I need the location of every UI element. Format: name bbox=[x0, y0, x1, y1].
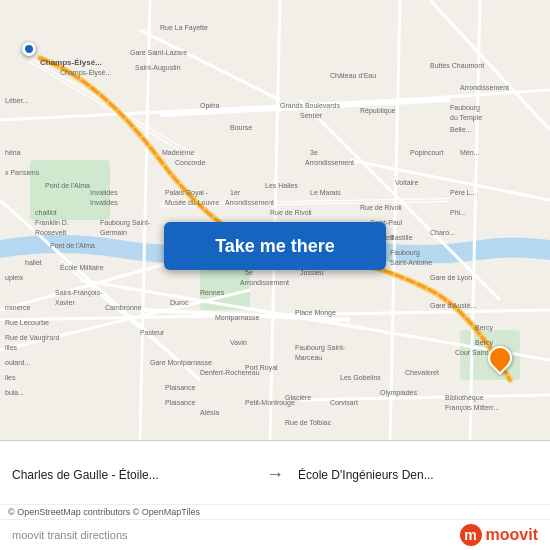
svg-text:Faubourg: Faubourg bbox=[450, 104, 480, 112]
origin-marker bbox=[22, 42, 36, 56]
svg-text:Musée du Louvre: Musée du Louvre bbox=[165, 199, 219, 206]
svg-text:5e: 5e bbox=[245, 269, 253, 276]
svg-text:Les Gobelins: Les Gobelins bbox=[340, 374, 381, 381]
svg-text:oulard...: oulard... bbox=[5, 359, 30, 366]
svg-text:Phi...: Phi... bbox=[450, 209, 466, 216]
svg-text:Rue de Rivoli: Rue de Rivoli bbox=[360, 204, 402, 211]
svg-text:Faubourg: Faubourg bbox=[390, 249, 420, 257]
svg-text:mmerce: mmerce bbox=[5, 304, 30, 311]
svg-text:hallet: hallet bbox=[25, 259, 42, 266]
svg-text:Invalides: Invalides bbox=[90, 189, 118, 196]
route-to-value: École D'Ingénieurs Den... bbox=[298, 468, 538, 482]
svg-text:upleix: upleix bbox=[5, 274, 24, 282]
svg-text:x Parisiens: x Parisiens bbox=[5, 169, 40, 176]
svg-text:Port Royal: Port Royal bbox=[245, 364, 278, 372]
svg-text:Glacière: Glacière bbox=[285, 394, 311, 401]
svg-text:Opéra: Opéra bbox=[200, 102, 220, 110]
svg-text:Invalides: Invalides bbox=[90, 199, 118, 206]
svg-text:Gare de Lyon: Gare de Lyon bbox=[430, 274, 472, 282]
svg-text:Concorde: Concorde bbox=[175, 159, 205, 166]
svg-text:Saint-Augustin: Saint-Augustin bbox=[135, 64, 181, 72]
svg-text:Olympiades: Olympiades bbox=[380, 389, 417, 397]
svg-text:Charo...: Charo... bbox=[430, 229, 455, 236]
route-arrow-icon: → bbox=[262, 464, 288, 485]
svg-text:Arrondissement: Arrondissement bbox=[240, 279, 289, 286]
svg-text:Saint-Antoine: Saint-Antoine bbox=[390, 259, 432, 266]
svg-text:Champs-Élysé...: Champs-Élysé... bbox=[40, 58, 102, 67]
svg-text:Belle...: Belle... bbox=[450, 126, 471, 133]
svg-text:Cambronne: Cambronne bbox=[105, 304, 142, 311]
svg-text:Plaisance: Plaisance bbox=[165, 399, 195, 406]
svg-text:héna: héna bbox=[5, 149, 21, 156]
map-background: Champs-Élysé... Opéra Grands Boulevards … bbox=[0, 0, 550, 440]
svg-text:Pont de l'Alma: Pont de l'Alma bbox=[45, 182, 90, 189]
svg-text:Vavin: Vavin bbox=[230, 339, 247, 346]
svg-text:Plaisance: Plaisance bbox=[165, 384, 195, 391]
svg-text:Saint-François-: Saint-François- bbox=[55, 289, 103, 297]
route-info: Charles de Gaulle - Étoile... → École D'… bbox=[0, 441, 550, 504]
svg-text:Rue de Rivoli: Rue de Rivoli bbox=[270, 209, 312, 216]
svg-text:Alésia: Alésia bbox=[200, 409, 219, 416]
svg-text:1er: 1er bbox=[230, 189, 241, 196]
svg-text:François Mitterr...: François Mitterr... bbox=[445, 404, 499, 412]
svg-text:illes: illes bbox=[5, 344, 18, 351]
svg-text:Gare Saint-Lazare: Gare Saint-Lazare bbox=[130, 49, 187, 56]
svg-text:Pont de l'Alma: Pont de l'Alma bbox=[50, 242, 95, 249]
svg-text:bula...: bula... bbox=[5, 389, 24, 396]
svg-text:Voltaire: Voltaire bbox=[395, 179, 418, 186]
svg-text:Duroc: Duroc bbox=[170, 299, 189, 306]
svg-text:Jussieu: Jussieu bbox=[300, 269, 324, 276]
take-me-there-button[interactable]: Take me there bbox=[164, 222, 386, 270]
moovit-placeholder: moovit transit directions bbox=[12, 529, 128, 541]
route-from: Charles de Gaulle - Étoile... bbox=[12, 468, 252, 482]
svg-text:École Militaire: École Militaire bbox=[60, 263, 104, 271]
svg-text:Léber...: Léber... bbox=[5, 97, 28, 104]
svg-text:chaillot: chaillot bbox=[35, 209, 57, 216]
svg-text:Champs-Élysé...: Champs-Élysé... bbox=[60, 68, 111, 77]
svg-text:Faubourg Saint-: Faubourg Saint- bbox=[100, 219, 151, 227]
route-from-value: Charles de Gaulle - Étoile... bbox=[12, 468, 252, 482]
svg-text:Sentier: Sentier bbox=[300, 112, 323, 119]
svg-text:Rue de Tolbiac: Rue de Tolbiac bbox=[285, 419, 332, 426]
copyright-text: © OpenStreetMap contributors © OpenMapTi… bbox=[8, 507, 200, 517]
svg-text:Xavier: Xavier bbox=[55, 299, 76, 306]
svg-text:République: République bbox=[360, 107, 396, 115]
svg-text:Bercy: Bercy bbox=[475, 324, 493, 332]
svg-text:Montparnasse: Montparnasse bbox=[215, 314, 259, 322]
destination-marker bbox=[488, 346, 508, 372]
svg-text:Madeleine: Madeleine bbox=[162, 149, 194, 156]
svg-text:Rennes: Rennes bbox=[200, 289, 225, 296]
svg-text:Château d'Eau: Château d'Eau bbox=[330, 72, 376, 79]
svg-text:Arrondissement: Arrondissement bbox=[305, 159, 354, 166]
svg-text:Pasteur: Pasteur bbox=[140, 329, 165, 336]
take-me-there-label: Take me there bbox=[215, 236, 335, 257]
svg-text:Rue Lecourbe: Rue Lecourbe bbox=[5, 319, 49, 326]
moovit-icon: m bbox=[460, 524, 482, 546]
svg-text:Rue de Vaugirard: Rue de Vaugirard bbox=[5, 334, 59, 342]
svg-text:Mén...: Mén... bbox=[460, 149, 480, 156]
svg-text:Place Monge: Place Monge bbox=[295, 309, 336, 317]
svg-text:Popincourt: Popincourt bbox=[410, 149, 444, 157]
route-to: École D'Ingénieurs Den... bbox=[298, 468, 538, 482]
svg-text:Les Halles: Les Halles bbox=[265, 182, 298, 189]
svg-text:Buttes Chaumont: Buttes Chaumont bbox=[430, 62, 484, 69]
map-container: Champs-Élysé... Opéra Grands Boulevards … bbox=[0, 0, 550, 440]
svg-text:du Temple: du Temple bbox=[450, 114, 482, 122]
svg-text:Germain: Germain bbox=[100, 229, 127, 236]
svg-text:Bourse: Bourse bbox=[230, 124, 252, 131]
svg-text:Bibliothèque: Bibliothèque bbox=[445, 394, 484, 402]
svg-text:Le Marais: Le Marais bbox=[310, 189, 341, 196]
svg-text:Arrondissement: Arrondissement bbox=[225, 199, 274, 206]
copyright-bar: © OpenStreetMap contributors © OpenMapTi… bbox=[0, 504, 550, 519]
svg-text:Chevaleret: Chevaleret bbox=[405, 369, 439, 376]
moovit-logo: m moovit bbox=[460, 524, 538, 546]
svg-text:lles: lles bbox=[5, 374, 16, 381]
svg-text:Marceau: Marceau bbox=[295, 354, 322, 361]
svg-text:3e: 3e bbox=[310, 149, 318, 156]
logo-bar: moovit transit directions m moovit bbox=[0, 519, 550, 550]
svg-text:Arrondissement: Arrondissement bbox=[460, 84, 509, 91]
svg-text:Père L...: Père L... bbox=[450, 189, 477, 196]
app: Champs-Élysé... Opéra Grands Boulevards … bbox=[0, 0, 550, 550]
svg-text:Roosevelt: Roosevelt bbox=[35, 229, 66, 236]
svg-text:Franklin D.: Franklin D. bbox=[35, 219, 69, 226]
